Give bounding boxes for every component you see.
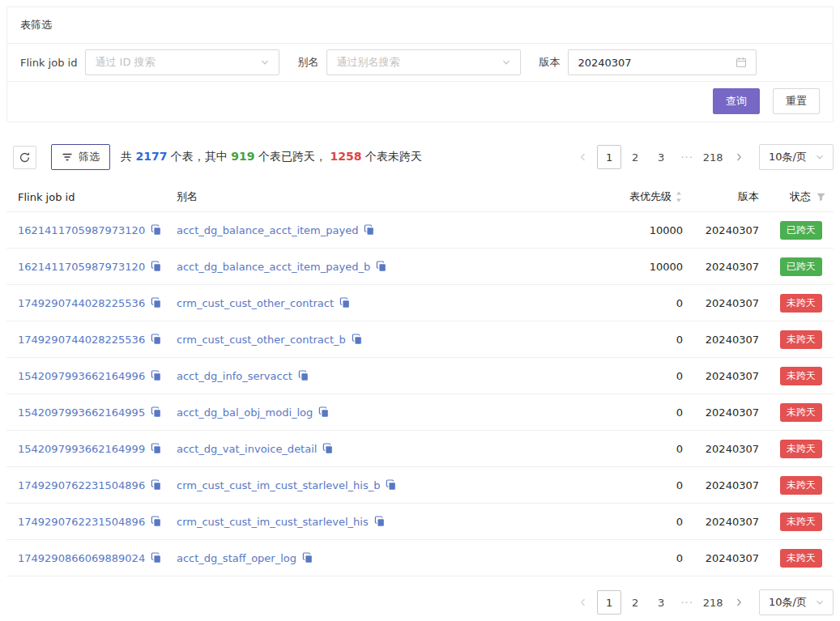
table-row: 1542097993662164995 acct_dg_bal_obj_modi… (6, 394, 834, 431)
page-button-2[interactable]: 2 (623, 590, 647, 615)
copy-icon[interactable] (151, 261, 162, 272)
page-button-3[interactable]: 3 (649, 590, 673, 615)
table-row: 1542097993662164996 acct_dg_info_servacc… (6, 358, 834, 394)
copy-icon[interactable] (364, 224, 375, 236)
copy-icon[interactable] (339, 297, 351, 308)
calendar-icon (736, 57, 747, 68)
flink-job-id-link[interactable]: 1542097993662164999 (18, 443, 145, 455)
page-button-1[interactable]: 1 (597, 145, 621, 169)
flink-job-id-link[interactable]: 1749290762231504896 (18, 479, 145, 491)
filter-panel-title: 表筛选 (7, 7, 833, 44)
alias-link[interactable]: acct_dg_info_servacct (177, 370, 292, 382)
chevron-right-icon (734, 152, 744, 162)
copy-icon[interactable] (302, 552, 313, 564)
alias-link[interactable]: acct_dg_staff_oper_log (177, 552, 296, 564)
version-date-picker[interactable]: 20240307 (568, 49, 757, 75)
flink-job-id-select[interactable]: 通过 ID 搜索 (85, 49, 279, 75)
version-value: 20240307 (688, 370, 761, 382)
header-priority[interactable]: 表优先级 (591, 182, 688, 211)
copy-icon[interactable] (386, 479, 397, 491)
copy-icon[interactable] (151, 406, 162, 418)
page-size-select[interactable]: 10条/页 (759, 589, 834, 615)
total-count: 2177 (135, 150, 167, 163)
refresh-button[interactable] (13, 146, 36, 169)
page-button-1[interactable]: 1 (597, 590, 621, 615)
copy-icon[interactable] (151, 516, 162, 527)
chevron-down-icon (501, 57, 511, 67)
copy-icon[interactable] (374, 516, 386, 527)
crossed-count: 919 (231, 150, 254, 163)
alias-link[interactable]: acct_dg_balance_acct_item_payed (177, 224, 358, 236)
alias-link[interactable]: crm_cust_cust_im_cust_starlevel_his (177, 516, 369, 528)
copy-icon[interactable] (298, 370, 309, 381)
prev-page-button[interactable] (571, 590, 595, 615)
version-value: 20240307 (688, 516, 761, 528)
table-row: 1749290744028225536 crm_cust_cust_other_… (6, 285, 834, 321)
copy-icon[interactable] (151, 370, 162, 381)
version-date-value: 20240307 (578, 57, 631, 69)
table-row: 1621411705987973120 acct_dg_balance_acct… (6, 212, 834, 249)
pagination-bottom-wrap: 1 2 3 ··· 218 10条/页 (6, 589, 834, 615)
alias-link[interactable]: acct_dg_bal_obj_modi_log (177, 406, 313, 419)
status-badge: 未跨天 (780, 513, 822, 531)
copy-icon[interactable] (322, 443, 334, 454)
priority-value: 10000 (591, 261, 688, 273)
page-button-218[interactable]: 218 (701, 145, 725, 169)
version-value: 20240307 (688, 479, 761, 491)
flink-job-id-link[interactable]: 1749290866069889024 (18, 552, 145, 564)
copy-icon[interactable] (151, 479, 162, 491)
copy-icon[interactable] (151, 224, 162, 236)
chevron-left-icon (578, 152, 588, 162)
filter-actions-row: 查询 重置 (7, 82, 833, 121)
page-button-2[interactable]: 2 (623, 145, 647, 169)
copy-icon[interactable] (318, 406, 330, 418)
alias-link[interactable]: crm_cust_cust_other_contract (177, 297, 334, 309)
query-button[interactable]: 查询 (713, 88, 760, 114)
status-badge: 未跨天 (780, 330, 822, 349)
sort-icon[interactable] (675, 190, 683, 203)
page-button-218[interactable]: 218 (701, 590, 725, 615)
next-page-button[interactable] (727, 590, 751, 615)
priority-value: 0 (591, 516, 688, 528)
column-filter-icon[interactable] (816, 192, 826, 202)
pagination-ellipsis[interactable]: ··· (675, 597, 699, 609)
copy-icon[interactable] (151, 297, 162, 308)
flink-job-id-link[interactable]: 1542097993662164996 (18, 370, 145, 382)
prev-page-button[interactable] (571, 145, 595, 169)
copy-icon[interactable] (151, 443, 162, 454)
header-flink-job-id: Flink job id (6, 184, 165, 211)
flink-job-id-link[interactable]: 1621411705987973120 (18, 224, 145, 236)
copy-icon[interactable] (376, 261, 387, 272)
flink-job-id-link[interactable]: 1621411705987973120 (18, 261, 145, 273)
next-page-button[interactable] (727, 145, 751, 169)
page-size-select[interactable]: 10条/页 (759, 144, 834, 170)
copy-icon[interactable] (352, 334, 363, 345)
version-value: 20240307 (688, 334, 761, 346)
version-value: 20240307 (688, 552, 761, 564)
alias-link[interactable]: crm_cust_cust_other_contract_b (177, 334, 346, 346)
status-badge: 未跨天 (780, 403, 822, 422)
table-header-row: Flink job id 别名 表优先级 版本 状态 (6, 182, 834, 212)
priority-value: 0 (591, 406, 688, 419)
chevron-left-icon (578, 598, 588, 607)
copy-icon[interactable] (151, 334, 162, 345)
page-button-3[interactable]: 3 (649, 145, 673, 169)
alias-select[interactable]: 通过别名搜索 (326, 49, 521, 75)
priority-value: 0 (591, 370, 688, 382)
reset-button[interactable]: 重置 (773, 88, 820, 114)
alias-label: 别名 (297, 55, 318, 70)
filter-button[interactable]: 筛选 (51, 144, 110, 170)
flink-job-id-link[interactable]: 1749290744028225536 (18, 297, 145, 309)
priority-value: 0 (591, 334, 688, 346)
flink-job-id-link[interactable]: 1749290744028225536 (18, 334, 145, 346)
flink-job-id-link[interactable]: 1542097993662164995 (18, 406, 145, 419)
chevron-down-icon (260, 57, 270, 67)
pagination-ellipsis[interactable]: ··· (675, 151, 699, 164)
status-badge: 未跨天 (780, 476, 822, 495)
copy-icon[interactable] (151, 552, 162, 564)
flink-job-id-link[interactable]: 1749290762231504896 (18, 516, 145, 528)
alias-link[interactable]: acct_dg_balance_acct_item_payed_b (177, 261, 370, 273)
alias-link[interactable]: crm_cust_cust_im_cust_starlevel_his_b (177, 479, 380, 491)
alias-link[interactable]: acct_dg_vat_invoice_detail (177, 443, 317, 455)
flink-job-id-field: Flink job id 通过 ID 搜索 (20, 49, 279, 75)
